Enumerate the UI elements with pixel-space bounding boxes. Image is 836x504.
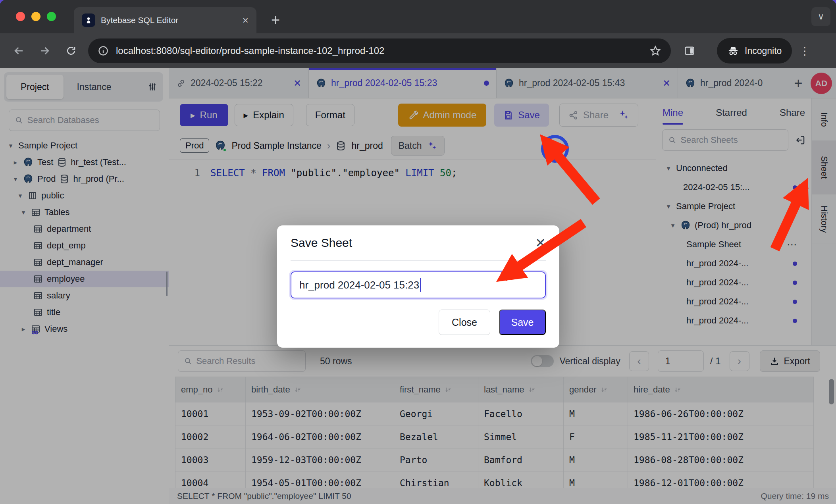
dialog-divider [291,260,546,261]
reload-icon[interactable] [58,38,84,64]
address-bar[interactable]: localhost:8080/sql-editor/prod-sample-in… [88,38,671,63]
incognito-badge: Incognito [717,38,792,63]
macos-zoom-button[interactable] [47,12,56,21]
sheet-name-input[interactable]: hr_prod 2024-02-05 15:23 [291,271,546,298]
dialog-save-button[interactable]: Save [499,310,546,335]
bookmark-star-icon[interactable] [649,45,661,57]
new-tab-button[interactable]: + [264,9,287,31]
text-caret [420,278,421,292]
macos-minimize-button[interactable] [31,12,40,21]
dialog-title: Save Sheet [291,236,352,250]
sheet-name-value: hr_prod 2024-02-05 15:23 [299,279,419,291]
macos-close-button[interactable] [16,12,25,21]
tab-close-icon[interactable]: × [243,15,248,25]
browser-menu-icon[interactable]: ⋮ [799,44,810,58]
dialog-close-button[interactable]: Close [439,310,490,335]
browser-tab-title: Bytebase SQL Editor [101,15,237,25]
dialog-close-icon[interactable]: ✕ [535,237,546,249]
browser-tabstrip: Bytebase SQL Editor × + ∨ [0,0,836,33]
url-text[interactable]: localhost:8080/sql-editor/prod-sample-in… [116,45,642,56]
incognito-label: Incognito [745,46,782,56]
save-sheet-dialog: Save Sheet ✕ hr_prod 2024-02-05 15:23 Cl… [277,225,559,348]
browser-toolbar: localhost:8080/sql-editor/prod-sample-in… [0,33,836,68]
incognito-icon [727,45,739,57]
browser-tab[interactable]: Bytebase SQL Editor × [74,7,256,33]
back-icon[interactable] [6,38,32,64]
browser-chrome: Bytebase SQL Editor × + ∨ localhost:8080… [0,0,836,68]
tab-search-button[interactable]: ∨ [811,7,830,26]
bytebase-favicon [82,13,95,27]
site-info-icon[interactable] [98,45,109,56]
forward-icon[interactable] [32,38,58,64]
side-panel-icon[interactable] [676,38,703,64]
